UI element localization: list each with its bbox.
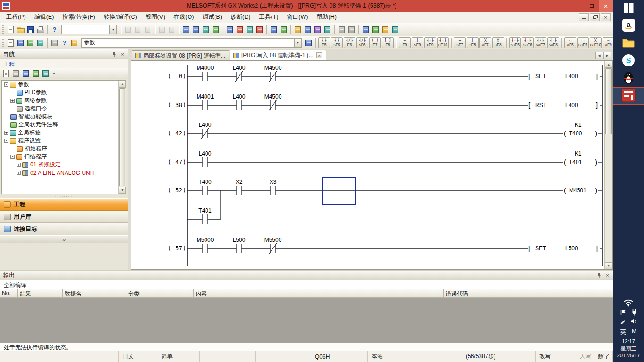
ladder-symbol-button-caF5[interactable]: ▭caF5 <box>577 37 589 48</box>
ladder-scrollbar[interactable]: ▲ ▼ <box>604 61 612 269</box>
window-combo[interactable]: ▼ <box>61 25 117 34</box>
taskbar-app-start-button[interactable] <box>613 0 644 17</box>
help-icon[interactable] <box>50 25 59 34</box>
read-from-plc-icon[interactable] <box>191 25 200 34</box>
data-security-icon[interactable] <box>21 69 30 78</box>
toolbar-grip[interactable] <box>2 39 4 47</box>
toolbar-grip[interactable] <box>2 25 4 34</box>
minimize-button[interactable] <box>570 0 585 12</box>
mdi-close-button[interactable]: × <box>601 13 611 21</box>
scroll-down-icon[interactable]: ▼ <box>605 262 612 269</box>
tree-expander-icon[interactable]: - <box>4 82 8 87</box>
ladder-symbol-button-saF7[interactable]: ┤↑├saF7 <box>535 37 546 48</box>
tree-expander-icon[interactable]: - <box>10 155 15 159</box>
display-statement-icon[interactable] <box>371 25 380 34</box>
ladder-symbol-button-sF7[interactable]: ─sF7 <box>454 37 466 48</box>
panel-resize-handle[interactable]: ········ <box>0 194 128 198</box>
menu-item-11[interactable]: 帮助(H) <box>312 12 340 23</box>
ladder-symbol-button-cF10[interactable]: ┤↓├cF10 <box>437 37 449 48</box>
ladder-symbol-button-saF8[interactable]: ┤↓├saF8 <box>547 37 559 48</box>
pen-icon[interactable] <box>620 318 626 326</box>
paste-icon[interactable] <box>143 25 152 34</box>
display-note-icon[interactable] <box>381 25 390 34</box>
tree-item-1[interactable]: -参数 <box>2 81 126 89</box>
power-icon[interactable] <box>631 309 637 318</box>
new-project-icon[interactable] <box>6 25 15 34</box>
online-program-change-icon[interactable] <box>303 25 312 34</box>
mdi-restore-button[interactable] <box>590 13 600 21</box>
device-display-icon[interactable] <box>36 39 45 47</box>
nav-collapse-chevron[interactable]: » <box>0 235 128 243</box>
menu-item-3[interactable]: 搜索/替换(F) <box>58 12 99 23</box>
stop-monitor-icon[interactable] <box>255 25 264 34</box>
display-mode-icon[interactable] <box>41 69 50 78</box>
tree-item-7[interactable]: +全局标签 <box>2 129 126 137</box>
nav-view-button-3[interactable]: 连接目标 <box>0 223 128 235</box>
zoom-icon[interactable] <box>391 25 400 34</box>
taskbar-app-amazon[interactable]: a <box>613 17 644 35</box>
tree-expander-icon[interactable]: + <box>17 171 21 175</box>
nav-view-button-2[interactable]: 用户库 <box>0 211 128 223</box>
menu-item-4[interactable]: 转换/编译(C) <box>99 12 141 23</box>
tree-item-12[interactable]: +02 A LINE ANALOG UNIT <box>2 169 126 177</box>
tree-item-10[interactable]: -扫描程序 <box>2 153 126 161</box>
tree-item-3[interactable]: +网络参数 <box>2 97 126 105</box>
copy-icon[interactable] <box>133 25 142 34</box>
fb-selection-icon[interactable] <box>16 39 25 47</box>
ladder-symbol-button-sF5[interactable]: ┤├sF5 <box>331 37 343 48</box>
redo-icon[interactable] <box>167 25 176 34</box>
rebuild-all-icon[interactable] <box>313 25 322 34</box>
ladder-symbol-button-sF6[interactable]: ┤/├sF6 <box>356 37 368 48</box>
ladder-symbol-button-saF6[interactable]: ┤↓├saF6 <box>522 37 534 48</box>
pin-icon[interactable] <box>110 51 117 58</box>
scroll-up-icon[interactable]: ▲ <box>605 61 612 68</box>
option-tool-icon[interactable] <box>70 39 79 47</box>
speaker-icon[interactable] <box>630 318 637 326</box>
wifi-icon[interactable] <box>623 298 634 309</box>
cut-icon[interactable] <box>124 25 132 34</box>
monitor-mode-icon[interactable] <box>225 25 234 34</box>
scroll-down-icon[interactable]: ▼ <box>119 187 126 194</box>
menu-item-9[interactable]: 工具(T) <box>255 12 282 23</box>
print-icon[interactable] <box>36 25 45 34</box>
ime-language-indicator[interactable]: 英 <box>620 328 626 336</box>
tab-scroll-right-icon[interactable]: ▶ <box>603 52 611 59</box>
menu-item-10[interactable]: 窗口(W) <box>282 12 312 23</box>
menu-item-5[interactable]: 视图(V) <box>141 12 170 23</box>
ime-mode-indicator[interactable]: M <box>632 328 636 336</box>
chevron-down-icon[interactable]: ▼ <box>294 39 301 47</box>
write-to-plc-icon[interactable] <box>182 25 190 34</box>
verify-with-plc-icon[interactable] <box>201 25 210 34</box>
tree-expander-icon[interactable]: + <box>10 99 15 103</box>
ladder-symbol-button-cF9[interactable]: ┤↑├cF9 <box>424 37 436 48</box>
menu-item-8[interactable]: 诊断(D) <box>226 12 255 23</box>
tree-scrollbar[interactable]: ▲ ▼ <box>118 81 126 194</box>
monitor-write-mode-icon[interactable] <box>235 25 244 34</box>
device-combo[interactable]: 参数▼ <box>81 38 302 48</box>
taskbar-app-file-explorer[interactable] <box>613 35 644 52</box>
refresh-view-icon[interactable] <box>31 69 40 78</box>
ladder-symbol-button-caF10[interactable]: ╳caF10 <box>590 37 602 48</box>
menu-item-7[interactable]: 调试(B) <box>198 12 226 23</box>
find-device-icon[interactable] <box>304 39 313 47</box>
flag-icon[interactable] <box>620 309 627 318</box>
ladder-symbol-button-F6[interactable]: ┤/├F6 <box>344 37 355 48</box>
ladder-symbol-button-aF7[interactable]: ╳aF7 <box>479 37 491 48</box>
restore-button[interactable] <box>585 0 599 12</box>
tree-expander-icon[interactable]: + <box>17 163 21 167</box>
tree-item-11[interactable]: +01 初期設定 <box>2 161 126 169</box>
open-project-icon[interactable] <box>16 25 25 34</box>
save-project-icon[interactable] <box>26 25 35 34</box>
tree-expander-icon[interactable]: + <box>4 131 8 135</box>
scroll-thumb[interactable] <box>119 88 125 186</box>
tree-item-4[interactable]: 远程口令 <box>2 105 126 113</box>
pin-icon[interactable] <box>595 272 603 279</box>
document-tab-2[interactable]: [PRG]写入 08 運転準備-1 (...× <box>230 50 326 60</box>
ladder-symbol-button-F7[interactable]: ( )F7 <box>369 37 381 48</box>
ladder-symbol-button-saF5[interactable]: ┤↑├saF5 <box>509 37 521 48</box>
tab-close-icon[interactable]: × <box>316 52 322 58</box>
tree-item-9[interactable]: 初始程序 <box>2 145 126 153</box>
tree-item-8[interactable]: -程序设置 <box>2 137 126 145</box>
find-icon[interactable] <box>337 25 346 34</box>
remote-operation-icon[interactable] <box>211 25 220 34</box>
